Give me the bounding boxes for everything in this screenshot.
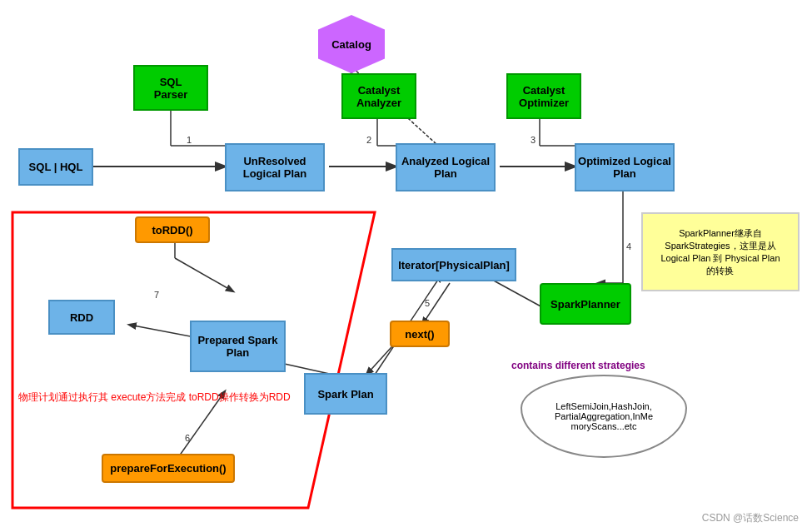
arrow-label-7: 7 — [154, 290, 159, 300]
spark-planner-node: SparkPlanner — [540, 283, 631, 325]
optimized-plan-label: Optimized Logical Plan — [576, 155, 673, 180]
catalyst-optimizer-node: Catalyst Optimizer — [506, 73, 581, 119]
tordd-node: toRDD() — [135, 216, 210, 243]
iterator-node: Iterator[PhysicalPlan] — [391, 248, 516, 281]
next-label: next() — [405, 328, 434, 341]
strategies-label: LeftSemiJoin,HashJoin, PartialAggregatio… — [529, 401, 679, 431]
spark-planner-label: SparkPlanner — [550, 298, 620, 311]
sql-parser-node: SQL Parser — [133, 65, 208, 111]
strategies-description: contains different strategies — [511, 360, 645, 371]
arrow-label-1: 1 — [187, 135, 192, 145]
catalog-node: Catalog — [318, 15, 385, 73]
prepared-spark-plan-label: Prepared Spark Plan — [192, 334, 284, 359]
next-node: next() — [390, 321, 450, 347]
prepared-spark-plan-node: Prepared Spark Plan — [190, 321, 286, 372]
sql-parser-label: SQL Parser — [154, 76, 187, 101]
spark-plan-diagram: Catalog SQL Parser Catalyst Analyzer Cat… — [0, 0, 807, 532]
prepare-execution-node: prepareForExecution() — [102, 454, 235, 483]
sql-hql-node: SQL | HQL — [18, 148, 93, 186]
arrow-label-4: 4 — [626, 241, 631, 251]
catalyst-optimizer-label: Catalyst Optimizer — [519, 84, 569, 109]
svg-line-24 — [175, 258, 233, 291]
analyzed-plan-label: Analyzed Logical Plan — [397, 155, 494, 180]
strategies-cloud: LeftSemiJoin,HashJoin, PartialAggregatio… — [521, 375, 687, 458]
arrow-label-2: 2 — [366, 135, 371, 145]
prepare-execution-label: prepareForExecution() — [110, 462, 226, 475]
catalyst-analyzer-label: Catalyst Analyzer — [356, 84, 401, 109]
sql-hql-label: SQL | HQL — [29, 161, 83, 173]
analyzed-plan-node: Analyzed Logical Plan — [396, 143, 496, 191]
rdd-node: RDD — [48, 300, 115, 335]
arrow-label-3: 3 — [531, 135, 536, 145]
arrow-label-6: 6 — [185, 433, 190, 443]
note-text: SparkPlanner继承自 SparkStrategies，这里是从 Log… — [660, 227, 780, 277]
spark-plan-node: Spark Plan — [304, 373, 387, 415]
tordd-label: toRDD() — [152, 224, 192, 236]
unresolved-plan-label: UnResolved Logical Plan — [227, 155, 323, 180]
unresolved-plan-node: UnResolved Logical Plan — [225, 143, 325, 191]
iterator-label: Iterator[PhysicalPlan] — [398, 259, 510, 271]
watermark: CSDN @话数Science — [702, 511, 799, 525]
spark-plan-label: Spark Plan — [317, 388, 373, 400]
arrow-label-5: 5 — [425, 298, 430, 308]
note-box: SparkPlanner继承自 SparkStrategies，这里是从 Log… — [641, 212, 800, 291]
rdd-label: RDD — [70, 311, 93, 324]
catalog-label: Catalog — [331, 38, 371, 51]
catalyst-analyzer-node: Catalyst Analyzer — [341, 73, 416, 119]
optimized-plan-node: Optimized Logical Plan — [575, 143, 675, 191]
physical-plan-desc: 物理计划通过执行其 execute方法完成 toRDD操作转换为RDD — [18, 390, 291, 405]
